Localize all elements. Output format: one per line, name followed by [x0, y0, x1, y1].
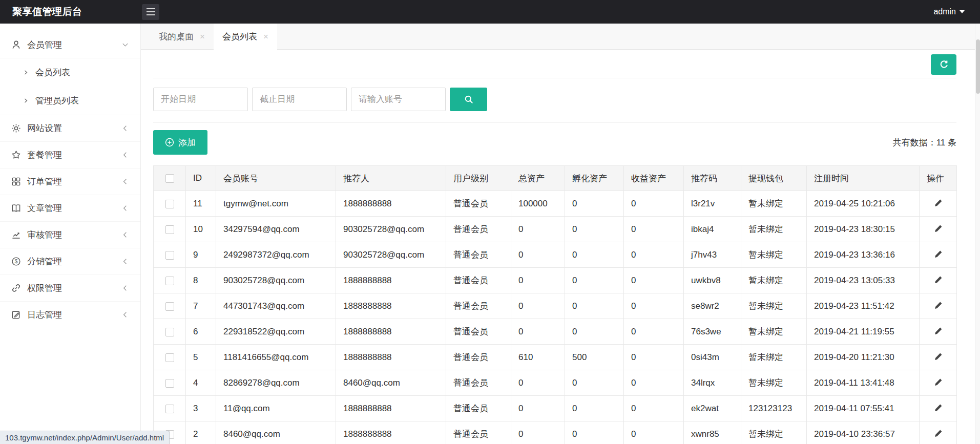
cell-total-assets: 0	[511, 217, 565, 242]
cell-wallet: 123123123	[741, 396, 807, 421]
close-icon[interactable]: ×	[200, 32, 205, 41]
cell-level: 普通会员	[446, 345, 511, 370]
cell-level: 普通会员	[446, 421, 511, 444]
cell-level: 普通会员	[446, 191, 511, 217]
table-row: 6 229318522@qq.com 1888888888 普通会员 0 0 0…	[154, 319, 957, 345]
cell-referrer: 8460@qq.com	[336, 370, 446, 396]
row-checkbox[interactable]	[165, 251, 174, 260]
cell-level: 普通会员	[446, 242, 511, 268]
edit-button[interactable]	[931, 401, 945, 416]
cell-register-time: 2019-04-11 13:41:48	[807, 370, 920, 396]
cell-id: 4	[186, 370, 216, 396]
sidebar-item-article-mgmt[interactable]: 文章管理	[0, 195, 140, 222]
edit-button[interactable]	[931, 196, 945, 212]
account-input[interactable]	[351, 88, 446, 111]
sidebar-item-permission-mgmt[interactable]: 权限管理	[0, 275, 140, 302]
cell-register-time: 2019-04-23 13:05:33	[807, 268, 920, 293]
cell-account: 903025728@qq.com	[216, 268, 336, 293]
edit-button[interactable]	[931, 299, 945, 314]
row-checkbox[interactable]	[165, 225, 174, 234]
sidebar-item-member-mgmt[interactable]: 会员管理	[0, 32, 140, 58]
row-checkbox[interactable]	[165, 405, 174, 413]
cell-id: 7	[186, 293, 216, 319]
refresh-icon	[939, 60, 949, 70]
edit-button[interactable]	[931, 427, 945, 442]
column-header: 提现钱包	[741, 166, 807, 191]
cell-account: 82869278@qq.com	[216, 370, 336, 396]
pencil-icon	[933, 301, 943, 310]
sidebar-item-label: 文章管理	[27, 202, 62, 214]
cell-income-assets: 0	[624, 396, 684, 421]
sidebar-subitem-admin-list[interactable]: 管理员列表	[0, 87, 140, 115]
cell-referral-code: uwkbv8	[684, 268, 741, 293]
cell-referral-code: 34lrqx	[684, 370, 741, 396]
scrollbar-track[interactable]	[975, 24, 980, 444]
column-header: 孵化资产	[565, 166, 624, 191]
row-checkbox[interactable]	[165, 353, 174, 362]
cell-wallet: 暂未绑定	[741, 319, 807, 345]
edit-button[interactable]	[931, 350, 945, 365]
cell-wallet: 暂未绑定	[741, 191, 807, 217]
chevron-left-icon	[121, 284, 129, 292]
add-button[interactable]: 添加	[153, 130, 207, 155]
hamburger-menu-icon[interactable]	[142, 4, 159, 20]
edit-button[interactable]	[931, 375, 945, 391]
sidebar-item-log-mgmt[interactable]: 日志管理	[0, 302, 140, 328]
data-count: 共有数据：11 条	[893, 137, 956, 149]
grid-icon	[11, 177, 21, 186]
toolbar-row: 添加 共有数据：11 条	[153, 130, 956, 155]
cell-incubation-assets: 0	[565, 242, 624, 268]
cell-incubation-assets: 500	[565, 345, 624, 370]
cell-id: 3	[186, 396, 216, 421]
sidebar-item-label: 权限管理	[27, 282, 62, 294]
close-icon[interactable]: ×	[263, 32, 268, 41]
cell-incubation-assets: 0	[565, 217, 624, 242]
select-all-checkbox[interactable]	[165, 174, 174, 183]
row-checkbox[interactable]	[165, 328, 174, 336]
row-checkbox[interactable]	[165, 277, 174, 285]
sidebar-item-audit-mgmt[interactable]: 审核管理	[0, 222, 140, 248]
sidebar-item-order-mgmt[interactable]: 订单管理	[0, 168, 140, 195]
cell-referral-code: 76s3we	[684, 319, 741, 345]
tab-member-list[interactable]: 会员列表 ×	[214, 24, 277, 50]
refresh-button[interactable]	[931, 54, 956, 75]
user-menu[interactable]: admin	[933, 7, 965, 16]
edit-button[interactable]	[931, 247, 945, 263]
table-row: 7 447301743@qq.com 1888888888 普通会员 0 0 0…	[154, 293, 957, 319]
sidebar-item-package-mgmt[interactable]: 套餐管理	[0, 142, 140, 168]
cell-referrer: 1888888888	[336, 319, 446, 345]
row-checkbox[interactable]	[165, 379, 174, 388]
cell-referrer: 1888888888	[336, 345, 446, 370]
table-header-row: ID 会员账号 推荐人 用户级别 总资产 孵化资产 收益资产 推荐码 提现钱包 …	[154, 166, 957, 191]
sidebar-subitem-label: 会员列表	[35, 67, 70, 78]
cell-level: 普通会员	[446, 319, 511, 345]
search-button[interactable]	[450, 88, 487, 111]
sidebar-item-label: 日志管理	[27, 309, 62, 321]
cell-wallet: 暂未绑定	[741, 370, 807, 396]
topbar: 聚享值管理后台 admin	[0, 0, 980, 24]
sidebar-item-site-settings[interactable]: 网站设置	[0, 115, 140, 142]
link-preview: 103.tgymw.net/index.php/Admin/User/add.h…	[0, 431, 170, 444]
sidebar-subitem-member-list[interactable]: 会员列表	[0, 58, 140, 87]
edit-button[interactable]	[931, 273, 945, 288]
scrollbar-thumb[interactable]	[976, 39, 980, 94]
sidebar-item-label: 套餐管理	[27, 149, 62, 161]
edit-button[interactable]	[931, 324, 945, 340]
start-date-input[interactable]	[153, 88, 248, 111]
tab-my-desktop[interactable]: 我的桌面 ×	[150, 24, 214, 49]
row-checkbox[interactable]	[165, 200, 174, 208]
pencil-icon	[933, 352, 943, 362]
edit-button[interactable]	[931, 222, 945, 237]
cell-total-assets: 0	[511, 293, 565, 319]
chevron-left-icon	[121, 178, 129, 185]
cell-wallet: 暂未绑定	[741, 242, 807, 268]
chevron-left-icon	[121, 151, 129, 159]
chevron-left-icon	[121, 258, 129, 265]
cell-referral-code: xwnr85	[684, 421, 741, 444]
sidebar-item-distribution-mgmt[interactable]: $ 分销管理	[0, 248, 140, 275]
cell-id: 10	[186, 217, 216, 242]
cell-wallet: 暂未绑定	[741, 217, 807, 242]
end-date-input[interactable]	[252, 88, 347, 111]
cell-wallet: 暂未绑定	[741, 268, 807, 293]
row-checkbox[interactable]	[165, 302, 174, 311]
